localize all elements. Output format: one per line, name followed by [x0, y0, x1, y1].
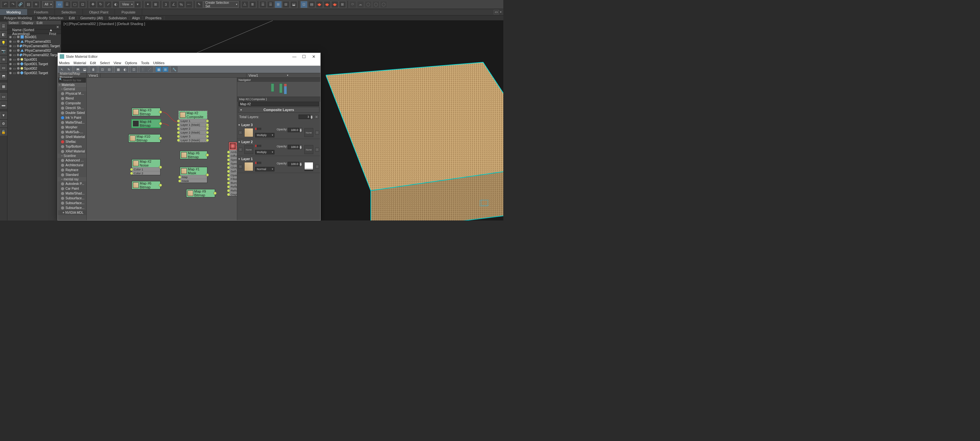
browser-item[interactable]: Top/Bottom [58, 144, 86, 149]
node-map2-noise[interactable]: Map #2Noise Color 1 Color 2 [132, 159, 161, 175]
layer-explorer-button[interactable]: ☰ [259, 1, 266, 8]
scene-item[interactable]: ⏺▭PhysCamera002 [7, 48, 61, 53]
lock-icon[interactable]: 🔓 [0, 128, 7, 135]
sme-close-button[interactable]: ✕ [309, 54, 318, 59]
tool-a-icon[interactable]: ▭ [0, 93, 7, 100]
sme-menu-view[interactable]: View [114, 61, 121, 65]
render-preset-button[interactable]: 🫖 [324, 1, 331, 8]
add-layer-button[interactable]: + [315, 115, 318, 119]
layer-delete-button[interactable]: · [315, 165, 319, 169]
layer-colorbar[interactable]: Opacity: ▴▾ [255, 128, 302, 132]
layer-toggle-button[interactable]: · [239, 148, 242, 151]
node-map10[interactable]: Map #10Bitmap [129, 134, 161, 143]
percent-snap-button[interactable]: % [178, 1, 185, 8]
ribbon-tab-populate[interactable]: Populate [115, 9, 142, 15]
browser-nvidia-mdl[interactable]: + NVIDIA MDL [58, 210, 86, 215]
material-slot[interactable]: Reflection [229, 185, 237, 188]
sme-show-map-button[interactable]: ▦ [115, 67, 121, 72]
layer-texture-thumb[interactable]: None [244, 145, 253, 154]
scene-item[interactable]: ⏺▭Spot001.Target [7, 62, 61, 66]
pivot-button[interactable]: ▾ [134, 1, 141, 8]
sme-delete-button[interactable]: 🗑 [90, 67, 97, 72]
node-map3[interactable]: Map #3Bitmap [132, 108, 161, 116]
curve-editor-button[interactable]: ⊞ [275, 1, 282, 8]
layer-icon[interactable]: ◧ [0, 31, 7, 38]
browser-item[interactable]: Standard [58, 172, 86, 177]
sme-hide-unused-button[interactable]: ⊟ [106, 67, 112, 72]
rollout-composite-layers[interactable]: Composite Layers [238, 107, 320, 113]
keyboard-shortcut-button[interactable]: ⊞ [152, 1, 159, 8]
browser-item[interactable]: Physical Ma... [58, 91, 86, 96]
browser-item[interactable]: Car Paint [58, 186, 86, 191]
sme-grid-button[interactable]: ▦ [155, 67, 162, 72]
ribbon-sub-align[interactable]: Align [129, 16, 143, 20]
browser-sub-general[interactable]: General [58, 87, 86, 91]
scene-menu-select[interactable]: Select [9, 21, 19, 25]
unlink-button[interactable]: ⛓ [25, 1, 32, 8]
layer-opacity-spinner[interactable]: ▴▾ [288, 162, 302, 166]
browser-item[interactable]: Matte/Shad... [58, 191, 86, 196]
helper-icon[interactable]: ≋ [0, 56, 7, 63]
material-slot[interactable]: Opacity [229, 173, 237, 177]
layer-colorbar[interactable]: Opacity: ▴▾ [255, 145, 302, 149]
ribbon-sub-subdivision[interactable]: Subdivision [106, 16, 129, 20]
ribbon-tab-object-paint[interactable]: Object Paint [83, 9, 115, 15]
sme-layout-all-button[interactable]: ⋮ [140, 67, 146, 72]
tool-b-icon[interactable]: ▬ [0, 102, 7, 108]
material-slot[interactable]: Ambient Color [229, 150, 237, 154]
material-slot[interactable]: Specular Color [229, 158, 237, 161]
undo-button[interactable]: ↶ [2, 1, 9, 8]
render-setup-button[interactable]: ⊡ [301, 1, 307, 8]
layer-texture-thumb[interactable] [244, 162, 253, 171]
scene-menu-display[interactable]: Display [22, 21, 33, 25]
redo-button[interactable]: ↷ [9, 1, 16, 8]
browser-item[interactable]: Advanced L... [58, 158, 86, 163]
layer-header[interactable]: Layer 1 [239, 157, 319, 161]
browser-item[interactable]: Ink 'n Paint [58, 115, 86, 120]
layer-header[interactable]: Layer 2 [239, 140, 319, 144]
sme-maximize-button[interactable]: ☐ [299, 54, 309, 59]
light-icon[interactable]: 💡 [0, 39, 7, 46]
select-name-button[interactable]: ☰ [64, 1, 71, 8]
material-slot[interactable]: Filter Color [229, 177, 237, 181]
scene-item[interactable]: ⏺▭PhysCamera001.Target [7, 44, 61, 48]
scene-item[interactable]: ⏺▭PhysCamera002.Target [7, 53, 61, 57]
total-layers-spinner[interactable]: ▴▾ [299, 115, 313, 119]
select-object-button[interactable]: ▭ [56, 1, 63, 8]
browser-item[interactable]: Subsurface... [58, 205, 86, 210]
sme-menu-material[interactable]: Material [73, 61, 86, 65]
sme-menu-modes[interactable]: Modes [59, 61, 70, 65]
material-editor-button[interactable]: ⬓ [290, 1, 297, 8]
settings-icon[interactable]: ⚙ [0, 120, 7, 127]
camera-icon[interactable]: 📷 [0, 48, 7, 54]
scene-columns[interactable]: Name (Sorted Ascending) ▲ Froz [7, 30, 61, 34]
layer-colorbar[interactable]: Opacity: ▴▾ [255, 162, 302, 166]
sme-view1-tab[interactable]: View1 [87, 73, 100, 77]
browser-item[interactable]: Subsurface... [58, 201, 86, 205]
rotate-button[interactable]: ↻ [97, 1, 104, 8]
browser-item[interactable]: Double Sided [58, 110, 86, 115]
node-map6-bitmap[interactable]: Map #6Bitmap [132, 181, 161, 189]
layer-delete-button[interactable]: · [315, 131, 319, 134]
ribbon-tab-modeling[interactable]: Modeling [0, 9, 28, 15]
sme-snap-button[interactable]: ⊞ [162, 67, 169, 72]
render-online-button[interactable]: ☁ [357, 1, 364, 8]
ribbon-sub-edit[interactable]: Edit [66, 16, 78, 20]
a360-button[interactable]: ⟳ [349, 1, 356, 8]
scene-item[interactable]: ⏺▭Spot001 [7, 57, 61, 62]
material-slot[interactable]: Refraction [229, 188, 237, 192]
sme-tool-button[interactable]: 🔧 [171, 67, 178, 72]
node-graph[interactable]: Map #3Bitmap Map #4Bitmap Map #10Bitmap … [87, 78, 237, 220]
layer-delete-button[interactable]: · [315, 148, 319, 151]
window-crossing-button[interactable]: ⊡ [79, 1, 86, 8]
node-material-standard[interactable]: Dry to We...Standard Ambient ColorDiffus… [229, 142, 237, 196]
ribbon-tab-selection[interactable]: Selection [55, 9, 83, 15]
node-map9[interactable]: Map #9Bitmap [186, 189, 215, 197]
layer-texture-thumb[interactable] [244, 128, 253, 137]
schematic-view-button[interactable]: ⊟ [283, 1, 290, 8]
mirror-button[interactable]: ⧊ [242, 1, 248, 8]
sme-titlebar[interactable]: Slate Material Editor — ☐ ✕ [58, 53, 320, 60]
placement-button[interactable]: ◐ [112, 1, 119, 8]
layer-toggle-button[interactable]: · [239, 131, 242, 134]
scene-col-name[interactable]: Name (Sorted Ascending) [12, 28, 49, 36]
